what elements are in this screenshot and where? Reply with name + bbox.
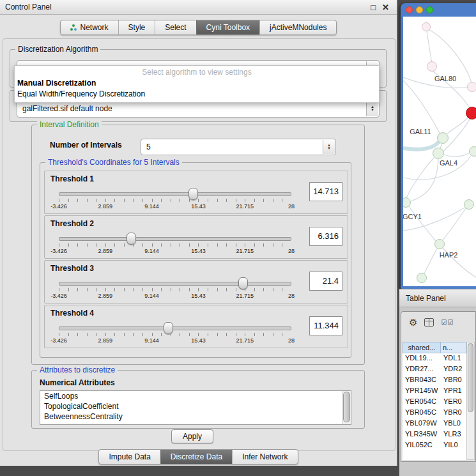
tab-select-label: Select xyxy=(165,23,186,32)
tab-cyni-toolbox-label: Cyni Toolbox xyxy=(206,23,250,32)
list-scrollbar[interactable] xyxy=(342,391,351,424)
slider-ticks xyxy=(59,199,291,202)
tab-infer-network-label: Infer Network xyxy=(242,452,288,461)
tick-label: 2.859 xyxy=(98,293,113,299)
list-item-betweennesscentrality[interactable]: BetweennessCentrality xyxy=(40,411,351,422)
columns-icon[interactable] xyxy=(424,318,434,326)
table-row[interactable]: YER054CYER0 xyxy=(403,397,466,408)
combobox-stepper-icon[interactable]: ▲▼ xyxy=(366,101,378,116)
table-cell-shared-name: YBR043C xyxy=(403,375,441,386)
tab-style[interactable]: Style xyxy=(118,20,155,35)
threshold-slider[interactable]: -3.4262.8599.14415.4321.71528 xyxy=(59,188,291,211)
number-of-intervals-value: 5 xyxy=(146,142,151,151)
threshold-value-field[interactable]: 14.713 xyxy=(309,182,342,201)
table-row[interactable]: YDL19...YDL1 xyxy=(403,353,466,364)
network-node-gal11[interactable] xyxy=(437,132,449,144)
network-canvas[interactable]: GAL80GAL11GAL4GCY1HAP2 xyxy=(403,17,476,286)
threshold-value-field[interactable]: 21.4 xyxy=(309,272,342,291)
table-row[interactable]: YDR27...YDR2 xyxy=(403,364,466,375)
network-node-hap2[interactable] xyxy=(434,239,445,249)
table-row[interactable]: YPR145WYPR1 xyxy=(403,386,466,397)
table-row[interactable]: YLR345WYLR3 xyxy=(403,429,466,440)
slider-tick-labels: -3.4262.8599.14415.4321.71528 xyxy=(59,337,291,344)
table-cell-shared-name: YIL052C xyxy=(403,440,441,451)
numerical-attributes-list[interactable]: SelfLoopsTopologicalCoefficientBetweenne… xyxy=(40,390,351,425)
slider-track xyxy=(59,282,291,286)
thresholds-group-title: Threshold's Coordinates for 5 Intervals xyxy=(45,158,182,167)
network-icon xyxy=(70,24,77,31)
combobox-stepper-icon[interactable]: ▲▼ xyxy=(323,140,335,154)
threshold-value-field[interactable]: 11.344 xyxy=(309,316,342,335)
table-window: ⚙ ☑☑ shared... n... YDL19...YDL1YDR27...… xyxy=(401,311,476,462)
table-data-value: galFiltered.sif default node xyxy=(22,104,112,113)
control-panel-titlebar[interactable]: Control Panel □ ✕ xyxy=(0,0,397,15)
tab-impute-data-label: Impute Data xyxy=(109,452,150,461)
threshold-label: Threshold 2 xyxy=(50,219,94,228)
algorithm-dropdown-popup: Select algorithm to view settings Manual… xyxy=(14,65,380,103)
tick-label: -3.426 xyxy=(50,203,67,210)
network-node[interactable] xyxy=(422,22,431,31)
table-scrollbar[interactable] xyxy=(466,342,475,460)
threshold-value-field[interactable]: 6.316 xyxy=(309,227,342,246)
threshold-slider[interactable]: -3.4262.8599.14415.4321.71528 xyxy=(59,322,291,345)
slider-thumb[interactable] xyxy=(238,277,248,289)
close-icon[interactable]: ✕ xyxy=(382,3,389,12)
threshold-slider[interactable]: -3.4262.8599.14415.4321.71528 xyxy=(59,233,291,256)
dropdown-option-manual-discretization[interactable]: Manual Discretization xyxy=(15,78,379,89)
network-node[interactable] xyxy=(466,107,476,119)
tab-infer-network[interactable]: Infer Network xyxy=(232,450,297,464)
table-row[interactable]: YBR043CYBR0 xyxy=(403,375,466,386)
table-row[interactable]: YBR045CYBR0 xyxy=(403,408,466,418)
tick-label: 9.144 xyxy=(144,293,159,299)
zoom-traffic-icon[interactable] xyxy=(426,6,433,13)
tab-network[interactable]: Network xyxy=(61,20,118,35)
table-cell-name: YBR0 xyxy=(441,408,466,418)
network-node[interactable] xyxy=(417,273,427,283)
tick-label: 21.715 xyxy=(236,248,254,254)
slider-thumb[interactable] xyxy=(127,233,136,245)
gear-icon[interactable]: ⚙ xyxy=(409,318,417,327)
network-node[interactable] xyxy=(467,82,476,92)
select-columns-icons[interactable]: ☑☑ xyxy=(441,319,454,326)
tab-impute-data[interactable]: Impute Data xyxy=(99,450,160,464)
column-header-name[interactable]: n... xyxy=(441,342,466,353)
tab-discretize-data[interactable]: Discretize Data xyxy=(160,450,232,464)
algorithm-group-title: Discretization Algorithm xyxy=(15,45,100,54)
node-table: shared... n... YDL19...YDL1YDR27...YDR2Y… xyxy=(403,342,466,460)
tab-cyni-toolbox[interactable]: Cyni Toolbox xyxy=(196,20,259,35)
threshold-panel-2: Threshold 2-3.4262.8599.14415.4321.71528… xyxy=(44,215,348,259)
float-window-icon[interactable]: □ xyxy=(371,3,376,12)
table-cell-shared-name: YLR345W xyxy=(403,429,441,440)
tab-jactivemnodules[interactable]: jActiveMNodules xyxy=(259,20,336,35)
table-scrollbar-thumb[interactable] xyxy=(468,343,473,412)
network-node-label-hap2: HAP2 xyxy=(440,251,458,259)
threshold-slider[interactable]: -3.4262.8599.14415.4321.71528 xyxy=(59,277,291,300)
table-cell-name: YBL0 xyxy=(441,418,466,429)
column-header-shared-name[interactable]: shared... xyxy=(403,342,441,353)
network-window-titlebar[interactable] xyxy=(401,3,476,17)
network-node-gal4[interactable] xyxy=(433,148,444,159)
minimize-traffic-icon[interactable] xyxy=(416,6,423,13)
list-item-selfloops[interactable]: SelfLoops xyxy=(40,391,351,401)
network-node[interactable] xyxy=(469,146,476,157)
table-row[interactable]: YIL052CYIL0 xyxy=(403,440,466,451)
network-node[interactable] xyxy=(464,199,474,210)
list-scrollbar-thumb[interactable] xyxy=(343,392,350,422)
tick-label: 9.144 xyxy=(144,203,159,210)
table-row[interactable]: YBL079WYBL0 xyxy=(403,418,466,429)
table-cell-shared-name: YBL079W xyxy=(403,418,441,429)
list-item-topologicalcoefficient[interactable]: TopologicalCoefficient xyxy=(40,401,351,411)
tick-label: 15.43 xyxy=(191,337,206,344)
table-cell-shared-name: YDR27... xyxy=(403,364,441,375)
apply-button[interactable]: Apply xyxy=(171,429,213,443)
network-node-label-gal11: GAL11 xyxy=(410,128,431,135)
tab-select[interactable]: Select xyxy=(155,20,196,35)
slider-thumb[interactable] xyxy=(164,322,173,334)
table-cell-name: YER0 xyxy=(441,397,466,408)
network-node-gal80[interactable] xyxy=(427,61,437,72)
slider-thumb[interactable] xyxy=(188,188,198,200)
dropdown-option-equal-width-frequency-discretization[interactable]: Equal Width/Frequency Discretization xyxy=(15,89,379,100)
number-of-intervals-combobox[interactable]: 5 ▲▼ xyxy=(141,139,336,155)
control-panel-title: Control Panel xyxy=(5,3,52,12)
close-traffic-icon[interactable] xyxy=(406,6,413,13)
